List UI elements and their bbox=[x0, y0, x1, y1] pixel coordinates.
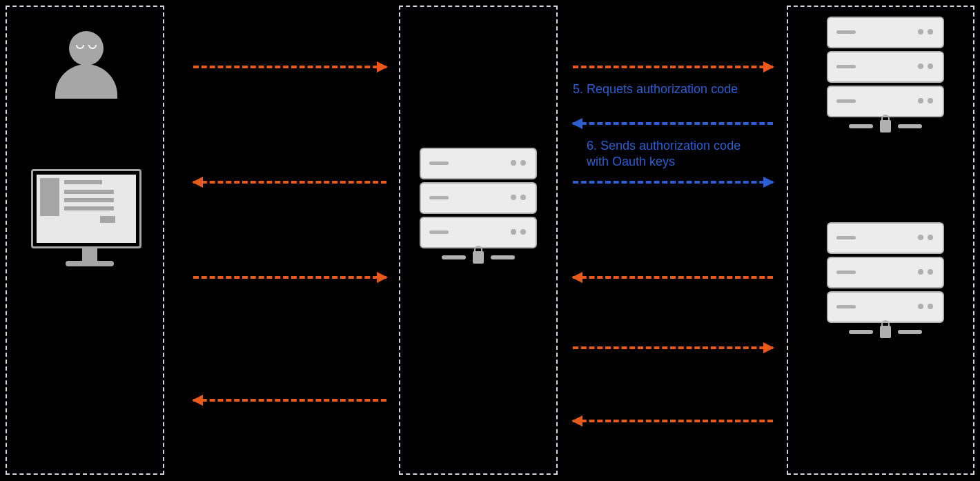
arrow-step8 bbox=[573, 346, 773, 349]
arrow-step3 bbox=[193, 276, 386, 279]
label-step6: 6. Sends authorization code with Oauth k… bbox=[587, 138, 766, 169]
arrow-step7 bbox=[573, 276, 773, 279]
arrow-step5 bbox=[573, 122, 773, 125]
auth-server-icon bbox=[821, 14, 949, 132]
arrow-step9 bbox=[573, 420, 773, 422]
arrow-step2 bbox=[193, 181, 386, 184]
user-avatar-icon bbox=[48, 31, 124, 107]
client-server-icon bbox=[414, 145, 542, 264]
arrow-step10 bbox=[193, 399, 386, 402]
arrow-step6 bbox=[573, 181, 773, 184]
arrow-step4 bbox=[573, 66, 773, 68]
label-step5: 5. Requets authorization code bbox=[573, 81, 752, 97]
monitor-icon bbox=[31, 169, 148, 276]
arrow-step1 bbox=[193, 66, 386, 68]
resource-server-icon bbox=[821, 219, 949, 338]
